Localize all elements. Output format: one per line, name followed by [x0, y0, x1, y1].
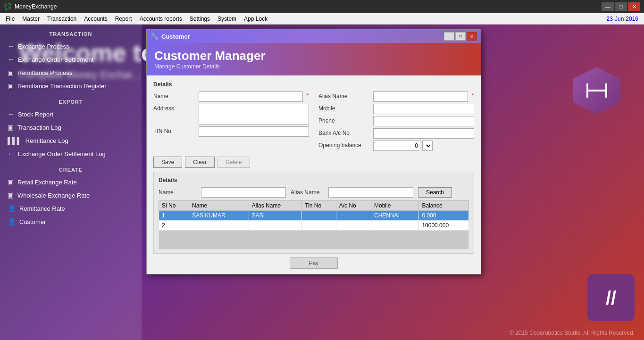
sidebar-item-exchange-order-log[interactable]: ↔ Exchange Order Settlement Log	[0, 147, 142, 160]
alias-required-star: *	[472, 91, 474, 99]
sidebar-item-retail-exchange-rate[interactable]: ▣ Retail Exchange Rate	[0, 175, 142, 189]
maximize-button[interactable]: □	[615, 2, 627, 11]
sidebar-item-customer[interactable]: 👤 Customer	[0, 215, 142, 228]
search-name-input[interactable]	[201, 187, 286, 198]
phone-input[interactable]	[373, 116, 474, 126]
col-alias-name: Alias Name	[249, 201, 302, 211]
sidebar-label-exchange-order: Exchange Order Settlement	[18, 56, 93, 63]
sidebar-section-export: EXPORT	[0, 92, 142, 108]
sidebar-item-remittance-register[interactable]: ▣ Remittance Transaction Register	[0, 79, 142, 92]
sidebar-label-remittance-rate: Remittance Rate	[19, 205, 65, 212]
opening-balance-input[interactable]	[373, 141, 420, 151]
name-label: Name	[153, 91, 196, 100]
sidebar-item-remittance-process[interactable]: ▣ Remittance Process	[0, 66, 142, 79]
cell-balance: 10000.000	[419, 221, 469, 231]
name-required-star: *	[307, 91, 309, 99]
sidebar-item-exchange-process[interactable]: ↔ Exchange Process	[0, 40, 142, 53]
dialog-close-button[interactable]: ✕	[467, 32, 477, 41]
name-input[interactable]	[199, 91, 303, 102]
sidebar-item-stock-report[interactable]: ↔ Stock Report	[0, 108, 142, 121]
sidebar-item-remittance-rate[interactable]: 👤 Remittance Rate	[0, 202, 142, 215]
sidebar-item-exchange-order-settlement[interactable]: ↔ Exchange Order Settlement	[0, 53, 142, 66]
opening-balance-dropdown[interactable]	[422, 141, 433, 151]
table-row[interactable]: 2 10000.000	[159, 221, 469, 231]
search-alias-input[interactable]	[328, 187, 413, 198]
search-row: Name Alias Name Search	[159, 187, 469, 198]
cell-alias	[249, 221, 302, 231]
clear-button[interactable]: Clear	[185, 157, 215, 168]
phone-label: Phone	[318, 116, 370, 124]
alias-name-input[interactable]	[373, 91, 468, 102]
alias-label: Alias Name	[318, 91, 370, 100]
sidebar-label-customer: Customer	[19, 218, 46, 225]
col-mobile: Mobile	[371, 201, 418, 211]
exchange-order-icon: ↔	[8, 56, 14, 63]
cell-mobile: CHENNAI	[371, 211, 418, 221]
window-controls: — □ ✕	[602, 2, 640, 11]
opening-balance-row: Opening balance	[318, 141, 474, 151]
menu-settings[interactable]: Settings	[186, 15, 214, 23]
bank-ac-label: Bank A/c No	[318, 128, 370, 136]
col-balance: Balance	[419, 201, 469, 211]
dialog-minimize-button[interactable]: _	[444, 32, 454, 41]
address-input[interactable]	[199, 104, 309, 124]
mobile-label: Mobile	[318, 104, 370, 112]
menu-system[interactable]: System	[214, 15, 240, 23]
menu-transaction[interactable]: Transaction	[43, 15, 80, 23]
dialog-body: Details Name * Address	[147, 75, 481, 274]
sidebar-label-retail-exchange-rate: Retail Exchange Rate	[17, 179, 77, 186]
minimize-button[interactable]: —	[602, 2, 614, 11]
sidebar-item-transaction-log[interactable]: ▣ Transaction Log	[0, 121, 142, 134]
customer-icon: 👤	[8, 218, 16, 225]
sidebar-label-wholesale-exchange-rate: Wholesale Exchange Rate	[17, 192, 90, 199]
results-table: Sl No Name Alias Name Tin No A/c No Mobi…	[159, 200, 469, 249]
wholesale-exchange-icon: ▣	[8, 191, 14, 199]
cell-sl-no: 1	[159, 211, 189, 221]
sidebar-label-remittance-process: Remittance Process	[17, 69, 72, 76]
menu-master[interactable]: Master	[18, 15, 43, 23]
menu-file[interactable]: File	[2, 15, 18, 23]
bank-ac-field-row: Bank A/c No	[318, 128, 474, 139]
mobile-field-row: Mobile	[318, 104, 474, 114]
search-section: Details Name Alias Name Search Sl No	[153, 172, 474, 254]
name-field-row: Name *	[153, 91, 309, 102]
dialog-title-text: Customer	[161, 33, 441, 40]
menu-accounts[interactable]: Accounts	[80, 15, 111, 23]
main-area: Welcome to Complete Money Exchar...	[0, 25, 644, 340]
sidebar-label-remittance-log: Remittance Log	[25, 137, 68, 144]
pay-button[interactable]: Pay	[290, 257, 338, 269]
dialog-overlay: 🔧 Customer _ □ ✕ Customer Manager Manage…	[142, 25, 644, 340]
dialog-header-title: Customer Manager	[154, 49, 473, 63]
search-button[interactable]: Search	[418, 187, 452, 198]
dialog-title-bar: 🔧 Customer _ □ ✕	[147, 30, 481, 43]
search-alias-label: Alias Name	[291, 189, 324, 196]
delete-button[interactable]: Delete	[217, 157, 250, 168]
remittance-log-icon: ▌▌▌	[8, 137, 22, 144]
save-button[interactable]: Save	[153, 157, 182, 168]
menu-report[interactable]: Report	[111, 15, 136, 23]
menu-accounts-reports[interactable]: Accounts reports	[136, 15, 186, 23]
close-button[interactable]: ✕	[628, 2, 640, 11]
sidebar-item-remittance-log[interactable]: ▌▌▌ Remittance Log	[0, 134, 142, 147]
mobile-input[interactable]	[373, 104, 474, 114]
sidebar-section-transaction: TRANSACTION	[0, 25, 142, 40]
cell-name	[189, 221, 249, 231]
bank-ac-input[interactable]	[373, 128, 474, 139]
tin-label: TIN No	[153, 126, 196, 134]
current-date: 23-Jun-2016	[607, 16, 642, 22]
sidebar-label-stock-report: Stock Report	[18, 111, 53, 118]
remittance-process-icon: ▣	[8, 69, 14, 76]
sidebar-item-wholesale-exchange-rate[interactable]: ▣ Wholesale Exchange Rate	[0, 189, 142, 202]
sidebar-label-remittance-register: Remittance Transaction Register	[17, 83, 107, 90]
table-row[interactable]: 1 SASIKUMAR SASI CHENNAI 0.000	[159, 211, 469, 221]
alias-field-row: Alias Name *	[318, 91, 474, 102]
menu-app-lock[interactable]: App Lock	[240, 15, 271, 23]
menu-bar: File Master Transaction Accounts Report …	[0, 13, 644, 25]
tin-input[interactable]	[199, 126, 309, 137]
col-ac-no: A/c No	[336, 201, 371, 211]
dialog-header: Customer Manager Manage Customer Details	[147, 43, 481, 75]
cell-ac	[336, 211, 371, 221]
app-title: MoneyExchange	[15, 3, 602, 10]
dialog-maximize-button[interactable]: □	[455, 32, 466, 41]
col-tin-no: Tin No	[302, 201, 336, 211]
